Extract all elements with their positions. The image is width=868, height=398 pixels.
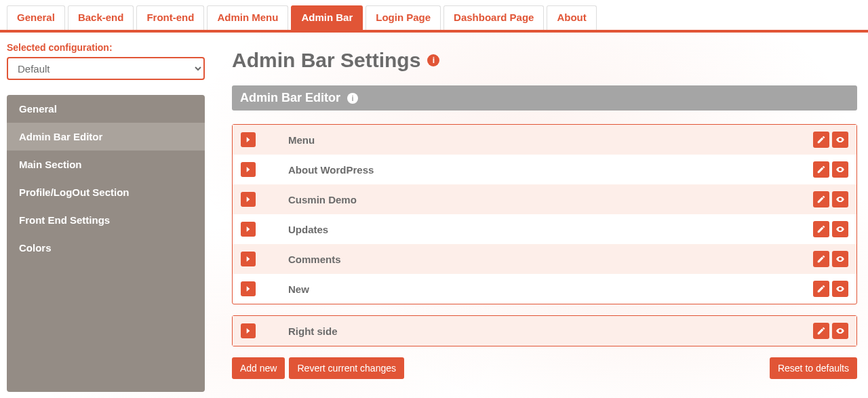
editor-group-main: Menu About WordPress Cusmin Demo	[232, 124, 857, 304]
row-label: Right side	[288, 325, 781, 337]
sidebar-item-general[interactable]: General	[7, 95, 205, 123]
edit-icon[interactable]	[813, 281, 829, 297]
chevron-right-icon[interactable]	[241, 222, 256, 237]
row-label: New	[288, 283, 781, 295]
top-tabs: General Back-end Front-end Admin Menu Ad…	[0, 0, 868, 33]
editor-row: Menu	[233, 125, 856, 155]
sidebar: General Admin Bar Editor Main Section Pr…	[7, 95, 205, 392]
eye-icon[interactable]	[832, 323, 848, 339]
section-title: Admin Bar Editor	[240, 91, 340, 105]
eye-icon[interactable]	[832, 251, 848, 267]
tab-admin-menu[interactable]: Admin Menu	[207, 5, 288, 30]
eye-icon[interactable]	[832, 191, 848, 207]
row-label: About WordPress	[288, 164, 781, 176]
eye-icon[interactable]	[832, 132, 848, 148]
editor-row: New	[233, 274, 856, 304]
chevron-right-icon[interactable]	[241, 252, 256, 266]
tab-about[interactable]: About	[547, 5, 596, 30]
edit-icon[interactable]	[813, 161, 829, 178]
page-title: Admin Bar Settings	[232, 49, 420, 72]
editor-group-right: Right side	[232, 315, 857, 346]
tab-general[interactable]: General	[7, 5, 65, 30]
row-label: Comments	[288, 254, 781, 265]
chevron-right-icon[interactable]	[241, 323, 256, 338]
eye-icon[interactable]	[832, 161, 848, 178]
eye-icon[interactable]	[832, 281, 848, 297]
sidebar-item-profile-logout[interactable]: Profile/LogOut Section	[7, 178, 205, 206]
eye-icon[interactable]	[832, 221, 848, 237]
editor-row: Right side	[233, 316, 856, 346]
info-icon[interactable]: i	[347, 93, 358, 104]
row-label: Menu	[288, 134, 781, 146]
editor-row: Cusmin Demo	[233, 184, 856, 214]
tab-dashboard-page[interactable]: Dashboard Page	[443, 5, 544, 30]
editor-row: Updates	[233, 214, 856, 244]
bottom-bar: Add new Revert current changes Reset to …	[232, 357, 857, 379]
selected-config-select[interactable]: Default	[7, 57, 205, 80]
revert-button[interactable]: Revert current changes	[289, 357, 404, 379]
sidebar-item-colors[interactable]: Colors	[7, 234, 205, 262]
sidebar-item-main-section[interactable]: Main Section	[7, 151, 205, 178]
tab-admin-bar[interactable]: Admin Bar	[291, 5, 363, 30]
tab-front-end[interactable]: Front-end	[136, 5, 204, 30]
row-label: Updates	[288, 224, 781, 235]
row-label: Cusmin Demo	[288, 194, 781, 205]
tab-login-page[interactable]: Login Page	[366, 5, 441, 30]
edit-icon[interactable]	[813, 191, 829, 207]
edit-icon[interactable]	[813, 132, 829, 148]
reset-defaults-button[interactable]: Reset to defaults	[770, 357, 857, 379]
section-header: Admin Bar Editor i	[232, 85, 857, 111]
chevron-right-icon[interactable]	[241, 281, 256, 296]
add-new-button[interactable]: Add new	[232, 357, 285, 379]
tab-back-end[interactable]: Back-end	[68, 5, 134, 30]
editor-row: About WordPress	[233, 155, 856, 184]
edit-icon[interactable]	[813, 221, 829, 237]
info-icon[interactable]: i	[427, 54, 439, 66]
editor-row: Comments	[233, 244, 856, 274]
sidebar-item-admin-bar-editor[interactable]: Admin Bar Editor	[7, 123, 205, 151]
selected-config-label: Selected configuration:	[7, 42, 210, 53]
chevron-right-icon[interactable]	[241, 132, 256, 147]
edit-icon[interactable]	[813, 251, 829, 267]
sidebar-item-front-end-settings[interactable]: Front End Settings	[7, 206, 205, 234]
chevron-right-icon[interactable]	[241, 192, 256, 207]
chevron-right-icon[interactable]	[241, 162, 256, 177]
edit-icon[interactable]	[813, 323, 829, 339]
